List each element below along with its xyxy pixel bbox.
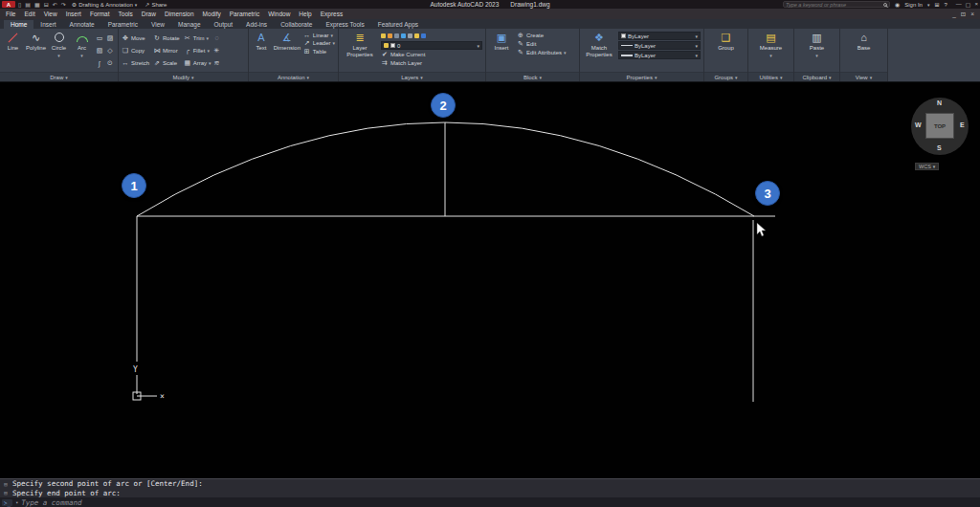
layer-freeze-icon[interactable]: [394, 33, 399, 38]
view-panel-label[interactable]: View ▾: [840, 72, 887, 81]
ribbon-tab-output[interactable]: Output: [208, 20, 240, 29]
rotate-tool[interactable]: ↻Rotate: [153, 32, 180, 44]
search-icon[interactable]: [883, 3, 887, 7]
command-line-panel[interactable]: ▤ Specify second point of arc or [Center…: [0, 478, 980, 497]
model-space-canvas[interactable]: Y× 123 N S W E TOP WCS ▾: [0, 82, 980, 478]
base-view-tool[interactable]: ⌂ Base: [853, 31, 875, 52]
create-block-tool[interactable]: ⊕Create: [517, 32, 567, 39]
layers-panel-label[interactable]: Layers ▾: [339, 72, 485, 81]
block-panel-label[interactable]: Block ▾: [486, 72, 579, 81]
menu-item-draw[interactable]: Draw: [142, 11, 156, 17]
hatch-icon[interactable]: ▨: [105, 33, 115, 44]
menu-item-express[interactable]: Express: [321, 11, 343, 17]
match-layer-tool[interactable]: ⇉Match Layer: [381, 59, 482, 67]
wcs-dropdown[interactable]: WCS ▾: [915, 163, 939, 170]
lineweight-select[interactable]: ByLayer ▾: [618, 51, 701, 59]
app-logo-icon[interactable]: A: [2, 1, 15, 8]
viewcube-west[interactable]: W: [915, 121, 922, 128]
menu-item-modify[interactable]: Modify: [203, 11, 221, 17]
annotation-panel-label[interactable]: Annotation ▾: [249, 72, 338, 81]
minimize-button[interactable]: —: [956, 1, 962, 8]
mirror-tool[interactable]: ⋈Mirror: [153, 44, 180, 56]
erase-icon[interactable]: ◌: [214, 32, 220, 44]
explode-icon[interactable]: ✳: [214, 44, 220, 56]
app-store-icon[interactable]: ⊞: [934, 1, 939, 8]
measure-tool[interactable]: ▤ Measure ▾: [760, 31, 782, 58]
modify-panel-label[interactable]: Modify ▾: [119, 72, 248, 81]
menu-item-edit[interactable]: Edit: [24, 11, 34, 17]
layer-off-icon[interactable]: [381, 33, 386, 38]
circle-tool[interactable]: Circle ▾: [49, 31, 69, 58]
search-box[interactable]: [783, 1, 890, 8]
menu-item-file[interactable]: File: [6, 11, 15, 17]
array-tool[interactable]: ▦Array▾: [184, 56, 212, 69]
ribbon-tab-view[interactable]: View: [145, 20, 171, 29]
layer-isolate-icon[interactable]: [388, 33, 392, 38]
viewcube-north[interactable]: N: [937, 99, 942, 106]
object-color-select[interactable]: ByLayer ▾: [618, 32, 701, 40]
paste-tool[interactable]: ▥ Paste ▾: [806, 31, 828, 58]
stretch-tool[interactable]: ↔Stretch: [122, 56, 149, 69]
save-file-icon[interactable]: ▦: [34, 1, 40, 8]
layer-merge-icon[interactable]: [421, 33, 426, 38]
rectangle-icon[interactable]: ▭: [95, 33, 104, 44]
layer-plot-icon[interactable]: [408, 33, 412, 38]
menu-item-format[interactable]: Format: [90, 11, 110, 17]
leader-tool[interactable]: ↗Leader▾: [303, 39, 335, 47]
doc-restore-button[interactable]: ⊡: [961, 11, 966, 18]
plot-icon[interactable]: ⊟: [44, 1, 49, 8]
linetype-select[interactable]: ByLayer ▾: [618, 41, 701, 50]
line-tool[interactable]: Line: [3, 31, 23, 52]
table-tool[interactable]: ⊞Table: [303, 48, 335, 55]
ribbon-tab-express-tools[interactable]: Express Tools: [319, 20, 370, 29]
arc-tool[interactable]: Arc ▾: [72, 31, 92, 58]
make-current-tool[interactable]: ✔Make Current: [381, 51, 482, 58]
layer-walk-icon[interactable]: [414, 33, 419, 38]
close-button[interactable]: ×: [974, 1, 978, 8]
share-button[interactable]: ↗ Share: [145, 1, 167, 8]
groups-panel-label[interactable]: Groups ▾: [704, 72, 747, 81]
viewcube-east[interactable]: E: [960, 121, 965, 128]
gradient-icon[interactable]: ▧: [95, 45, 104, 56]
ribbon-tab-manage[interactable]: Manage: [171, 20, 208, 29]
trim-tool[interactable]: ✂Trim▾: [184, 32, 212, 44]
doc-minimize-button[interactable]: _: [952, 11, 956, 18]
new-file-icon[interactable]: ▯: [18, 1, 21, 8]
undo-icon[interactable]: ↶: [53, 1, 57, 8]
ribbon-tab-parametric[interactable]: Parametric: [101, 20, 145, 29]
viewcube-south[interactable]: S: [937, 144, 942, 151]
edit-block-tool[interactable]: ✎Edit: [517, 40, 567, 48]
command-input-bar[interactable]: ≻_ ▾ Type a command: [0, 497, 980, 507]
workspace-selector[interactable]: ⚙ Drafting & Annotation ▾: [72, 1, 138, 8]
user-icon[interactable]: ◉: [895, 1, 900, 8]
ribbon-tab-home[interactable]: Home: [4, 20, 33, 29]
polyline-tool[interactable]: ∿ Polyline: [26, 31, 46, 52]
text-tool[interactable]: A Text: [252, 31, 271, 52]
layer-properties-tool[interactable]: ≣ Layer Properties: [342, 31, 378, 57]
layer-select[interactable]: 0 ▾: [381, 41, 482, 50]
offset-icon[interactable]: ≋: [214, 56, 220, 69]
menu-item-parametric[interactable]: Parametric: [230, 11, 259, 17]
search-input[interactable]: [786, 2, 881, 8]
menu-item-dimension[interactable]: Dimension: [165, 11, 194, 17]
move-tool[interactable]: ✥Move: [122, 32, 149, 44]
utilities-panel-label[interactable]: Utilities ▾: [748, 72, 793, 81]
doc-close-button[interactable]: ×: [970, 11, 974, 18]
layer-lock-icon[interactable]: [401, 33, 406, 38]
properties-panel-label[interactable]: Properties ▾: [580, 72, 703, 81]
linear-tool[interactable]: ↔Linear▾: [303, 32, 335, 38]
help-icon[interactable]: ?: [944, 2, 947, 8]
menu-item-help[interactable]: Help: [299, 11, 311, 17]
restore-button[interactable]: ▢: [966, 1, 971, 8]
group-tool[interactable]: ❑ Group: [715, 31, 737, 52]
viewcube[interactable]: N S W E TOP WCS ▾: [909, 94, 972, 174]
open-file-icon[interactable]: ▤: [25, 1, 31, 8]
match-properties-tool[interactable]: ❖ Match Properties: [583, 31, 615, 57]
dimension-tool[interactable]: ∡ Dimension: [274, 31, 301, 52]
redo-icon[interactable]: ↷: [61, 1, 66, 8]
clipboard-panel-label[interactable]: Clipboard ▾: [794, 72, 839, 81]
ribbon-tab-featured-apps[interactable]: Featured Apps: [371, 20, 425, 29]
ribbon-tab-collaborate[interactable]: Collaborate: [274, 20, 319, 29]
scale-tool[interactable]: ⇗Scale: [153, 56, 180, 69]
region-icon[interactable]: ◇: [105, 45, 115, 56]
